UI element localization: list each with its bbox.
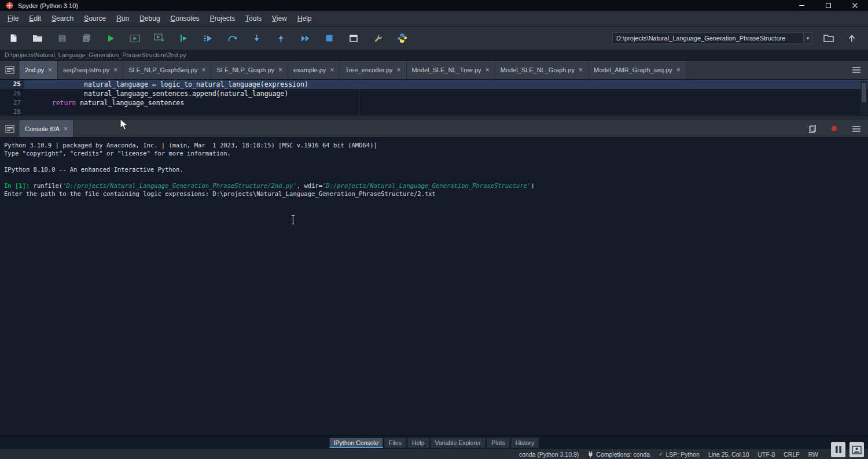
step-over-button[interactable] (223, 29, 241, 47)
console-tab[interactable]: Console 6/A × (20, 120, 73, 137)
code-line: 28 (0, 108, 868, 116)
close-button[interactable] (841, 0, 868, 11)
maximize-pane-button[interactable] (345, 29, 362, 47)
editor-tab-Tree_encoder.py[interactable]: Tree_encoder.py× (340, 61, 406, 79)
editor-tab-Model_SLE_NL_Tree.py[interactable]: Model_SLE_NL_Tree.py× (407, 61, 495, 79)
window-controls (788, 0, 868, 11)
run-selection-button[interactable] (175, 29, 192, 47)
tab-close-icon[interactable]: × (330, 66, 334, 73)
console-actions (808, 120, 868, 137)
preferences-button[interactable] (369, 29, 387, 47)
status-completions: Completions: conda (587, 451, 650, 458)
pane-tab-files[interactable]: Files (384, 438, 406, 448)
menu-item-projects[interactable]: Projects (205, 12, 240, 25)
tab-close-icon[interactable]: × (48, 66, 52, 73)
gallery-icon (852, 446, 862, 454)
editor-scrollbar[interactable] (860, 81, 867, 114)
status-cursor-position: Line 25, Col 10 (708, 451, 749, 458)
gallery-button[interactable] (849, 442, 864, 457)
code-text[interactable]: natural_language_sentences.append(natura… (24, 89, 868, 98)
browse-tabs-button[interactable] (0, 61, 20, 79)
code-text[interactable]: return natural_language_sentences (24, 98, 868, 108)
tab-close-icon[interactable]: × (201, 66, 205, 73)
open-file-button[interactable] (29, 29, 46, 47)
code-editor[interactable]: 25 natural_language = logic_to_natural_l… (0, 80, 868, 116)
plug-icon (587, 451, 594, 458)
debug-file-button[interactable] (199, 29, 216, 47)
options-menu-button[interactable] (852, 125, 861, 132)
new-file-icon (9, 34, 18, 43)
editor-tab-Model_SLE_NL_Graph.py[interactable]: Model_SLE_NL_Graph.py× (495, 61, 589, 79)
browse-directory-button[interactable] (822, 31, 836, 45)
python-path-button[interactable] (393, 29, 411, 47)
pane-tab-ipython-console[interactable]: IPython Console (329, 438, 383, 448)
menu-item-debug[interactable]: Debug (134, 12, 165, 25)
pane-splitter[interactable] (0, 116, 868, 120)
line-number[interactable]: 25 (0, 80, 24, 89)
run-cell-advance-button[interactable] (150, 29, 168, 47)
menu-item-search[interactable]: Search (46, 12, 79, 25)
tab-close-icon[interactable]: × (278, 66, 282, 73)
line-number[interactable]: 26 (0, 89, 24, 98)
pause-button[interactable] (831, 442, 845, 457)
continue-button[interactable] (296, 29, 314, 47)
working-directory-combobox[interactable]: D:\projects\Natural_Language_Generation_… (612, 32, 812, 44)
line-number[interactable]: 28 (0, 108, 24, 116)
tab-close-icon[interactable]: × (486, 66, 490, 73)
status-bar: conda (Python 3.10.9)Completions: conda✓… (0, 449, 868, 459)
run-cell-button[interactable] (126, 29, 144, 47)
pane-tab-plots[interactable]: Plots (487, 438, 509, 448)
status-completions-label: Completions: conda (596, 451, 650, 458)
tab-close-icon[interactable]: × (579, 66, 583, 73)
step-over-icon (227, 34, 237, 43)
chevron-down-icon[interactable]: ▾ (803, 33, 812, 43)
pane-tab-history[interactable]: History (511, 438, 539, 448)
minimize-button[interactable] (788, 0, 815, 11)
editor-tab-Model_AMR_Graph_seq.py[interactable]: Model_AMR_Graph_seq.py× (589, 61, 686, 79)
maximize-button[interactable] (815, 0, 841, 11)
line-number[interactable]: 27 (0, 98, 24, 108)
menu-bar: FileEditSearchSourceRunDebugConsolesProj… (0, 11, 868, 27)
interrupt-kernel-button[interactable] (831, 125, 837, 132)
menu-item-edit[interactable]: Edit (24, 12, 46, 25)
copy-button[interactable] (808, 124, 816, 134)
menu-item-consoles[interactable]: Consoles (165, 12, 205, 25)
scrollbar-thumb[interactable] (862, 83, 866, 102)
menu-item-help[interactable]: Help (292, 12, 317, 25)
folder-browse-icon (823, 34, 834, 43)
step-into-button[interactable] (248, 29, 265, 47)
menu-item-file[interactable]: File (2, 12, 24, 25)
editor-tab-example.py[interactable]: example.py× (288, 61, 340, 79)
editor-tab-seq2seq-lstm.py[interactable]: seq2seq-lstm.py× (58, 61, 123, 79)
tab-close-icon[interactable]: × (113, 66, 117, 73)
console-line (4, 173, 863, 182)
parent-directory-button[interactable] (845, 31, 859, 45)
editor-options-button[interactable] (852, 61, 868, 79)
menu-item-view[interactable]: View (267, 12, 292, 25)
pane-tab-strip: IPython ConsoleFilesHelpVariable Explore… (0, 436, 868, 449)
status-lsp-label: LSP: Python (666, 451, 700, 458)
tab-close-icon[interactable]: × (676, 66, 681, 73)
step-return-button[interactable] (272, 29, 289, 47)
code-text[interactable]: natural_language = logic_to_natural_lang… (24, 80, 868, 89)
main-toolbar: D:\projects\Natural_Language_Generation_… (0, 27, 868, 50)
code-text[interactable] (24, 108, 868, 116)
pane-tab-help[interactable]: Help (407, 438, 429, 448)
pane-tab-variable-explorer[interactable]: Variable Explorer (431, 438, 486, 448)
run-file-button[interactable] (102, 29, 119, 47)
console-tab-close-icon[interactable]: × (64, 125, 68, 132)
editor-tab-SLE_NLP_Graph.py[interactable]: SLE_NLP_Graph.py× (211, 61, 288, 79)
menu-item-tools[interactable]: Tools (240, 12, 267, 25)
tab-close-icon[interactable]: × (397, 66, 401, 73)
menu-item-run[interactable]: Run (111, 12, 134, 25)
console-browse-tabs-button[interactable] (0, 120, 20, 137)
save-button[interactable] (53, 29, 71, 47)
stop-button[interactable] (321, 29, 338, 47)
editor-tab-SLE_NLP_GraphSeq.py[interactable]: SLE_NLP_GraphSeq.py× (123, 61, 211, 79)
new-file-button[interactable] (5, 29, 22, 47)
editor-tab-2nd.py[interactable]: 2nd.py× (20, 61, 58, 79)
preferences-icon (373, 34, 383, 43)
menu-item-source[interactable]: Source (79, 12, 111, 25)
save-all-button[interactable] (78, 29, 95, 47)
console-output[interactable]: Python 3.10.9 | packaged by Anaconda, In… (0, 138, 868, 436)
